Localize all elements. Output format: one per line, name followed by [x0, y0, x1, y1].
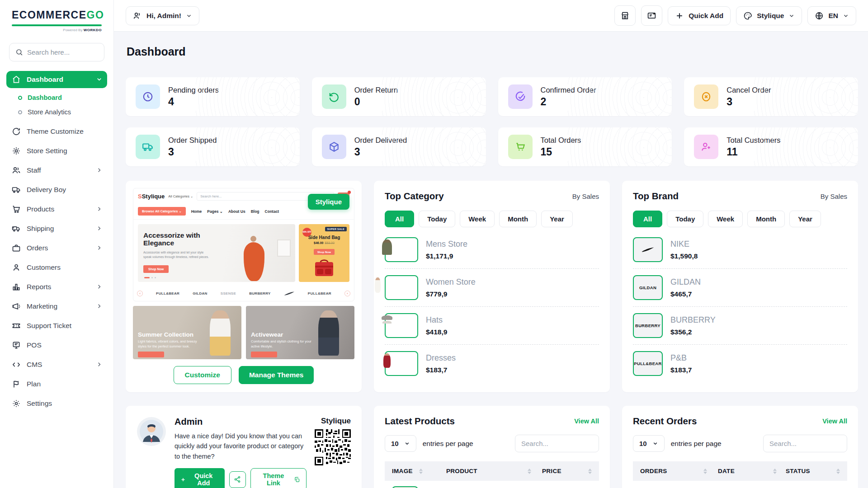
brand-logo-text: BURBERRY — [249, 291, 270, 296]
tab-all[interactable]: All — [633, 211, 662, 227]
share-button[interactable] — [229, 471, 246, 488]
tab-all[interactable]: All — [385, 211, 414, 227]
top-brand-list: NIKE $1,590,8 GILDAN GILDAN $465,7 BURBE… — [633, 231, 847, 382]
users-icon — [133, 11, 142, 20]
promo-title: Activewear — [251, 331, 318, 338]
sort-icon[interactable] — [588, 469, 592, 474]
sidebar-item-orders[interactable]: Orders — [6, 239, 107, 257]
column-orders[interactable]: ORDERS — [640, 468, 667, 474]
stat-label: Confirmed Order — [541, 86, 596, 94]
sort-icon[interactable] — [773, 469, 777, 474]
admin-name: Admin — [175, 417, 307, 427]
column-date[interactable]: DATE — [718, 468, 735, 474]
sidebar-search[interactable] — [9, 43, 104, 61]
stat-card-order-shipped: Order Shipped 3 — [126, 127, 300, 166]
sort-icon[interactable] — [528, 469, 531, 474]
sidebar-search-input[interactable] — [27, 48, 90, 56]
column-price[interactable]: PRICE — [542, 468, 561, 474]
sidebar-item-dashboard[interactable]: Dashboard — [6, 71, 107, 88]
notification-dot — [348, 191, 351, 194]
sort-icon[interactable] — [419, 469, 423, 474]
sidebar-item-pos[interactable]: POS — [6, 337, 107, 354]
carousel-dots — [144, 277, 156, 278]
preview-nav-link: Contact — [265, 209, 279, 214]
storefront-preview[interactable]: SStylique All Categories ⌄ Search here..… — [133, 188, 354, 301]
sidebar-item-label: Shipping — [27, 225, 54, 233]
view-all-link[interactable]: View All — [822, 418, 847, 425]
sidebar-menu: Dashboard Dashboard Store Analytics Them… — [0, 66, 113, 417]
admin-quick-add-button[interactable]: Quick Add — [175, 468, 225, 488]
sidebar-item-reports[interactable]: Reports — [6, 278, 107, 296]
sidebar-item-store-setting[interactable]: Store Setting — [6, 142, 107, 160]
entries-select[interactable]: 10 — [633, 435, 665, 452]
stat-card-confirmed-order: Confirmed Order 2 — [498, 77, 672, 116]
view-all-link[interactable]: View All — [574, 418, 599, 425]
entries-select[interactable]: 10 — [385, 435, 416, 452]
hero-shop-now-button: Shop Now — [143, 265, 169, 273]
preview-nav-link: Pages ⌄ — [207, 209, 223, 214]
stat-card-total-customers: Total Customers 11 — [684, 127, 858, 166]
sidebar-item-products[interactable]: Products — [6, 201, 107, 218]
tab-week[interactable]: Week — [460, 211, 495, 227]
tab-today[interactable]: Today — [419, 211, 455, 227]
manage-themes-button[interactable]: Manage Themes — [239, 366, 314, 384]
theme-dropdown[interactable]: Stylique — [736, 6, 802, 25]
sidebar-item-staff[interactable]: Staff — [6, 162, 107, 179]
wall-frame-photo — [277, 239, 291, 257]
sidebar-item-label: POS — [27, 341, 42, 349]
column-product[interactable]: PRODUCT — [446, 468, 477, 474]
preview-categories-dropdown: All Categories ⌄ — [168, 194, 193, 198]
tab-today[interactable]: Today — [667, 211, 703, 227]
sidebar-item-settings[interactable]: Settings — [6, 395, 107, 412]
sort-icon[interactable] — [703, 469, 707, 474]
sale-shop-now-button: Shop Now — [314, 249, 335, 255]
admin-message: Have a nice day! Did you know that you c… — [175, 431, 307, 461]
chevron-right-icon — [96, 283, 103, 290]
sidebar-item-customers[interactable]: Customers — [6, 259, 107, 276]
stat-label: Order Shipped — [168, 136, 217, 145]
stat-card-pending-orders: Pending orders 4 — [126, 77, 300, 116]
promo-title: Summer Collection — [138, 331, 205, 338]
tab-month[interactable]: Month — [747, 211, 785, 227]
column-status[interactable]: STATUS — [786, 468, 810, 474]
sort-icon[interactable] — [836, 469, 840, 474]
tab-month[interactable]: Month — [499, 211, 537, 227]
sidebar-subitem-store-analytics[interactable]: Store Analytics — [14, 105, 107, 119]
search-icon — [15, 48, 23, 56]
brand-strip: ‹ PULL&BEAR GILDAN SSENSE BURBERRY PULL&… — [133, 286, 354, 301]
recent-orders-card: Recent Orders View All 10 entries per pa… — [622, 406, 858, 488]
chevron-right-icon — [96, 303, 103, 310]
storefront-button[interactable] — [614, 5, 636, 26]
admin-greeting-dropdown[interactable]: Hi, Admin! — [126, 6, 199, 25]
tab-year[interactable]: Year — [541, 211, 573, 227]
sidebar-item-shipping[interactable]: Shipping — [6, 220, 107, 237]
sidebar-subitem-dashboard[interactable]: Dashboard — [14, 91, 107, 104]
promo-text: Light fabrics, vibrant colors, and breez… — [138, 339, 205, 349]
orders-search-input[interactable] — [763, 435, 847, 452]
theme-link-label: Theme Link — [257, 472, 290, 487]
sidebar-item-label: Customers — [27, 263, 61, 272]
gear-icon — [12, 146, 21, 155]
tab-week[interactable]: Week — [708, 211, 743, 227]
sidebar-item-marketing[interactable]: Marketing — [6, 298, 107, 315]
tab-year[interactable]: Year — [789, 211, 821, 227]
sidebar-item-delivery-boy[interactable]: Delivery Boy — [6, 181, 107, 198]
column-image[interactable]: IMAGE — [392, 468, 413, 474]
theme-link-button[interactable]: Theme Link — [250, 468, 307, 488]
brand-logo-text: GILDAN — [193, 291, 207, 296]
sidebar-item-label: Plan — [27, 380, 41, 388]
top-brand-card: Top Brand By Sales All Today Week Month … — [622, 181, 858, 392]
sidebar-item-support-ticket[interactable]: Support Ticket — [6, 317, 107, 334]
stat-value: 11 — [726, 146, 780, 158]
sidebar-item-theme-customize[interactable]: Theme Customize — [6, 123, 107, 140]
shipping-truck-icon — [12, 224, 21, 233]
admin-quick-add-label: Quick Add — [189, 472, 218, 487]
products-search-input[interactable] — [515, 435, 599, 452]
customize-button[interactable]: Customize — [174, 366, 231, 384]
sidebar-item-cms[interactable]: CMS — [6, 356, 107, 373]
quick-add-button[interactable]: Quick Add — [668, 6, 731, 25]
messages-button[interactable] — [641, 5, 662, 26]
language-dropdown[interactable]: EN — [807, 6, 856, 25]
sidebar-item-plan[interactable]: Plan — [6, 375, 107, 393]
products-table-header: IMAGE PRODUCT PRICE — [385, 461, 599, 481]
